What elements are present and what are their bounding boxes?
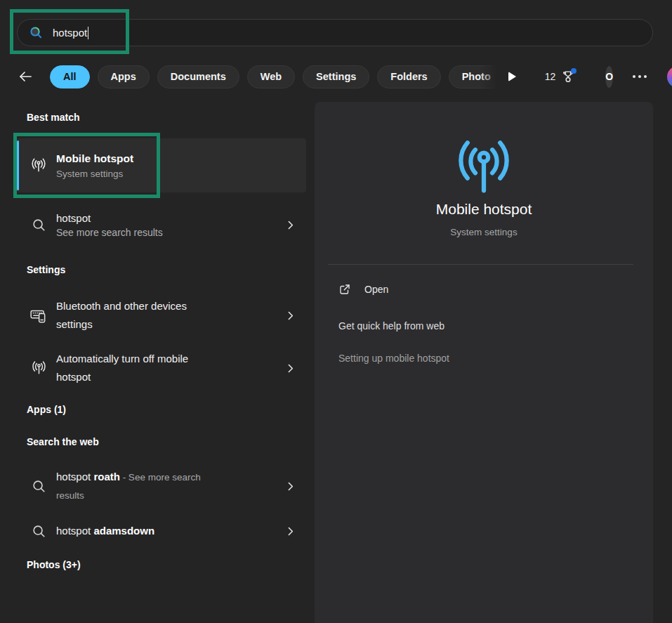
tab-settings-label: Settings bbox=[316, 71, 356, 82]
divider bbox=[328, 264, 633, 265]
avatar-initial: O bbox=[605, 71, 613, 82]
play-icon bbox=[508, 72, 516, 81]
rewards-count: 12 bbox=[545, 71, 556, 82]
result-title: Mobile hotspot bbox=[56, 151, 306, 166]
tab-settings[interactable]: Settings bbox=[303, 65, 369, 88]
section-header-best-match: Best match bbox=[27, 112, 79, 123]
hotspot-icon bbox=[29, 155, 48, 176]
search-icon bbox=[29, 25, 44, 40]
rewards-button[interactable]: 12 bbox=[545, 69, 577, 84]
result-web-hotspot-roath[interactable]: hotspot roath - See more search results bbox=[17, 461, 306, 511]
tab-all[interactable]: All bbox=[50, 65, 90, 88]
preview-title: Mobile hotspot bbox=[315, 201, 653, 218]
suggestion-part: roath bbox=[93, 471, 120, 483]
result-label: hotspot roath - See more search results bbox=[56, 468, 230, 504]
mobile-hotspot-large-icon bbox=[447, 136, 520, 196]
chevron-right-icon[interactable] bbox=[284, 310, 296, 322]
search-result-icon bbox=[29, 478, 48, 494]
tab-documents-label: Documents bbox=[171, 71, 226, 82]
more-options-button[interactable] bbox=[630, 66, 650, 87]
back-button[interactable] bbox=[17, 66, 34, 87]
result-label: hotspot adamsdown bbox=[56, 522, 230, 540]
tab-all-label: All bbox=[63, 71, 77, 82]
query-part: hotspot bbox=[56, 471, 93, 483]
rewards-trophy-icon bbox=[560, 69, 576, 84]
search-input[interactable]: hotspot bbox=[17, 19, 653, 46]
result-label: Automatically turn off mobile hotspot bbox=[56, 350, 219, 386]
result-best-match-mobile-hotspot[interactable]: Mobile hotspot System settings bbox=[17, 138, 306, 192]
chevron-right-icon[interactable] bbox=[284, 525, 296, 537]
tab-web-label: Web bbox=[261, 71, 282, 82]
chevron-right-icon[interactable] bbox=[284, 362, 296, 374]
open-label: Open bbox=[364, 284, 388, 295]
result-label: Bluetooth and other devices settings bbox=[56, 297, 219, 334]
section-header-search-the-web: Search the web bbox=[27, 436, 99, 447]
copilot-button[interactable] bbox=[667, 66, 672, 88]
tab-apps[interactable]: Apps bbox=[98, 65, 150, 88]
setting-up-hotspot-link[interactable]: Setting up mobile hotspot bbox=[338, 353, 449, 364]
scroll-tabs-button[interactable] bbox=[508, 69, 516, 84]
result-subtitle: System settings bbox=[56, 167, 306, 181]
tab-folders-label: Folders bbox=[390, 71, 427, 82]
get-quick-help-link[interactable]: Get quick help from web bbox=[338, 320, 444, 332]
filter-bar: All Apps Documents Web Settings Folders … bbox=[17, 65, 653, 88]
section-header-photos: Photos (3+) bbox=[27, 559, 81, 570]
query-part: hotspot bbox=[56, 525, 93, 537]
result-auto-turn-off-hotspot[interactable]: Automatically turn off mobile hotspot bbox=[17, 342, 306, 394]
result-title: hotspot bbox=[56, 211, 284, 225]
hotspot-icon bbox=[29, 360, 48, 377]
back-arrow-icon bbox=[17, 68, 34, 85]
tab-apps-label: Apps bbox=[111, 71, 136, 82]
tab-fade-overlay bbox=[480, 65, 498, 88]
suggestion-part: adamsdown bbox=[93, 525, 154, 537]
tab-documents[interactable]: Documents bbox=[157, 65, 239, 88]
tab-web[interactable]: Web bbox=[247, 65, 295, 88]
text-caret bbox=[88, 27, 88, 39]
search-query-text: hotspot bbox=[53, 27, 87, 39]
search-result-icon bbox=[29, 523, 48, 539]
tab-photos[interactable]: Photo bbox=[449, 65, 498, 88]
account-avatar[interactable]: O bbox=[605, 66, 613, 88]
open-action[interactable]: Open bbox=[338, 279, 395, 300]
result-subtitle: See more search results bbox=[56, 225, 284, 240]
ellipsis-icon bbox=[633, 75, 635, 78]
search-result-icon bbox=[29, 217, 48, 233]
result-bluetooth-settings[interactable]: Bluetooth and other devices settings bbox=[17, 289, 306, 342]
section-header-settings: Settings bbox=[27, 264, 65, 275]
result-web-hotspot-adamsdown[interactable]: hotspot adamsdown bbox=[17, 517, 306, 545]
selection-accent-bar bbox=[17, 140, 19, 190]
result-see-more-hotspot[interactable]: hotspot See more search results bbox=[17, 203, 306, 247]
preview-panel: Mobile hotspot System settings Open Get … bbox=[315, 102, 653, 623]
copilot-icon bbox=[667, 66, 672, 88]
open-external-icon bbox=[338, 283, 351, 296]
tab-folders[interactable]: Folders bbox=[377, 65, 440, 88]
chevron-right-icon[interactable] bbox=[284, 480, 296, 492]
preview-subtitle: System settings bbox=[315, 227, 653, 237]
section-header-apps: Apps (1) bbox=[27, 404, 66, 415]
devices-icon bbox=[29, 306, 48, 325]
chevron-right-icon[interactable] bbox=[284, 219, 296, 231]
